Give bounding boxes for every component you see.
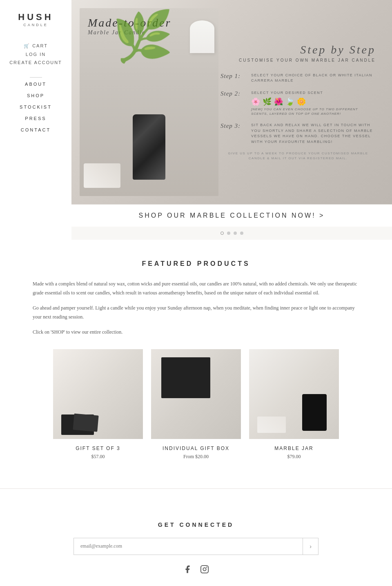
get-connected-title: GET CONNECTED (33, 521, 359, 528)
brand-name: HUSH (18, 12, 53, 22)
scent-icon-2: 🌿 (263, 97, 272, 106)
carousel-dot-3[interactable] (234, 232, 237, 235)
product-name-marble-jar: MARBLE JAR (249, 446, 339, 451)
get-connected-section: GET CONNECTED › (0, 505, 392, 586)
scent-icon-5: 🌼 (297, 97, 306, 106)
carousel-dot-1[interactable] (220, 232, 224, 235)
product-image-gift-box (151, 349, 241, 439)
social-icons (33, 565, 359, 576)
sidebar-item-press[interactable]: PRESS (25, 116, 46, 121)
step-3-label: Step 3: (220, 123, 247, 129)
sidebar-item-about[interactable]: ABOUT (25, 82, 47, 87)
hero-vase-decoration (133, 114, 165, 180)
login-link[interactable]: LOG IN (26, 52, 46, 57)
step-1-label: Step 1: (220, 73, 247, 80)
top-section: HUSH CANDLE 🛒 CART LOG IN CREATE ACCOUNT… (0, 0, 392, 240)
sidebar-item-stockist[interactable]: STOCKIST (20, 105, 52, 109)
sidebar-item-contact[interactable]: CONTACT (21, 127, 51, 132)
hero-banner: Made-to-order Marble Jar Candle 🌿 Step b… (71, 0, 392, 204)
instagram-icon[interactable] (200, 565, 209, 576)
svg-point-1 (203, 568, 206, 570)
carousel-dot-4[interactable] (240, 232, 243, 235)
sidebar-nav: ABOUT SHOP STOCKIST PRESS CONTACT (0, 82, 71, 132)
hero-image: Made-to-order Marble Jar Candle 🌿 (80, 8, 218, 196)
carousel-dot-2[interactable] (227, 232, 230, 235)
product-card-marble-jar[interactable]: MARBLE JAR $79.00 (249, 349, 339, 460)
email-form: › (74, 538, 318, 555)
product-name-gift-box: INDIVIDUAL GIFT BOX (151, 446, 241, 451)
scent-icon-3: 🌺 (274, 97, 283, 106)
featured-click-shop: Click on 'SHOP' to view our entire colle… (33, 328, 359, 337)
logo-area: HUSH CANDLE (18, 12, 53, 27)
svg-point-2 (207, 567, 207, 567)
product-image-gift-set (53, 349, 143, 439)
step-1-content: SELECT YOUR CHOICE OF BLACK OR WHITE ITA… (251, 73, 376, 84)
hero-greenery-decoration: 🌿 (112, 12, 174, 61)
sidebar-item-shop[interactable]: SHOP (27, 93, 45, 98)
hero-marble-decoration (84, 163, 120, 188)
step-1: Step 1: SELECT YOUR CHOICE OF BLACK OR W… (220, 73, 376, 84)
email-submit-button[interactable]: › (303, 538, 318, 555)
hero-right-content: Step by Step CUSTOMISE YOUR OWN MARBLE J… (220, 39, 376, 165)
facebook-icon[interactable] (183, 565, 192, 576)
step-3: Step 3: SIT BACK AND RELAX WE WILL GET I… (220, 123, 376, 145)
sidebar: HUSH CANDLE 🛒 CART LOG IN CREATE ACCOUNT… (0, 0, 71, 240)
featured-title: FEATURED PRODUCTS (33, 260, 359, 267)
product-price-gift-set: $57.00 (53, 454, 143, 460)
cart-icon: 🛒 (24, 43, 30, 48)
sidebar-divider (30, 77, 42, 78)
section-divider (0, 488, 392, 489)
hero-area: Made-to-order Marble Jar Candle 🌿 Step b… (71, 0, 392, 240)
brand-subname: CANDLE (18, 23, 53, 27)
featured-description-2: Go ahead and pamper yourself. Light a ca… (33, 304, 359, 321)
submit-arrow: › (310, 543, 312, 550)
shop-now-bar[interactable]: SHOP OUR MARBLE COLLECTION NOW! > (71, 204, 392, 227)
login-label: LOG IN (26, 52, 46, 57)
product-card-gift-set[interactable]: GIFT SET OF 3 $57.00 (53, 349, 143, 460)
scent-icon-4: 🍃 (285, 97, 294, 106)
carousel-dots (71, 227, 392, 240)
hero-customise-text: CUSTOMISE YOUR OWN MARBLE JAR CANDLE (220, 58, 376, 62)
product-price-gift-box: From $20.00 (151, 454, 241, 460)
product-name-gift-set: GIFT SET OF 3 (53, 446, 143, 451)
cart-link[interactable]: 🛒 CART (24, 43, 48, 49)
sidebar-top-links: 🛒 CART LOG IN CREATE ACCOUNT (0, 43, 71, 65)
create-account-label: CREATE ACCOUNT (9, 60, 62, 65)
hero-candle-decoration (190, 20, 214, 53)
email-input[interactable] (74, 538, 303, 555)
product-price-marble-jar: $79.00 (249, 454, 339, 460)
main-content: FEATURED PRODUCTS Made with a complex bl… (0, 240, 392, 586)
featured-description-1: Made with a complex blend of natural soy… (33, 280, 359, 297)
product-grid: GIFT SET OF 3 $57.00 INDIVIDUAL GIFT BOX… (33, 349, 359, 460)
cart-label: CART (32, 43, 48, 48)
step-2: Step 2: SELECT YOUR DESIRED SCENT 🌸 🌿 🌺 … (220, 90, 376, 116)
page-wrapper: HUSH CANDLE 🛒 CART LOG IN CREATE ACCOUNT… (0, 0, 392, 586)
shop-now-text[interactable]: SHOP OUR MARBLE COLLECTION NOW! > (139, 212, 325, 219)
step-2-new-badge: [NEW] YOU CAN EVEN CHOOSE UP TO TWO DIFF… (251, 107, 376, 116)
svg-rect-0 (201, 566, 208, 573)
create-account-link[interactable]: CREATE ACCOUNT (9, 60, 62, 65)
product-card-gift-box[interactable]: INDIVIDUAL GIFT BOX From $20.00 (151, 349, 241, 460)
step-2-scent-icons: 🌸 🌿 🌺 🍃 🌼 (251, 97, 376, 106)
scent-icon-1: 🌸 (251, 97, 260, 106)
step-2-content: SELECT YOUR DESIRED SCENT (251, 90, 376, 96)
step-2-label: Step 2: (220, 90, 247, 97)
step-3-content: SIT BACK AND RELAX WE WILL GET IN TOUCH … (251, 123, 376, 145)
product-image-marble-jar (249, 349, 339, 439)
hero-step-title: Step by Step (220, 43, 376, 56)
hero-footnote: GIVE US UP TO A WEEK TO PRODUCE YOUR CUS… (220, 151, 376, 161)
featured-section: FEATURED PRODUCTS Made with a complex bl… (0, 240, 392, 472)
